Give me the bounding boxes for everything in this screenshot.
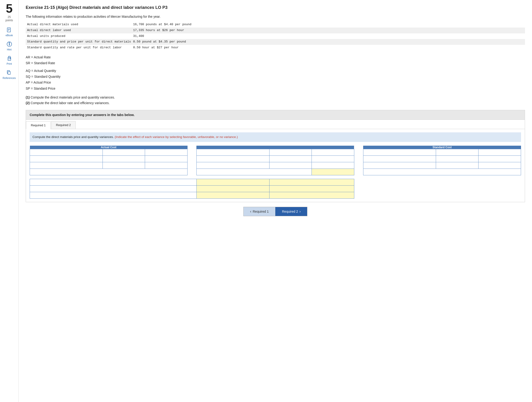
- mid-yellow-cell: [312, 169, 354, 175]
- mid-col3-r1: [312, 149, 354, 156]
- svg-point-9: [10, 58, 11, 58]
- legend-sq: SQ = Standard Quantity: [26, 74, 525, 80]
- mid-col1-r2: [196, 156, 269, 162]
- mid-col1-r1: [196, 149, 269, 156]
- sidebar-item-hint[interactable]: Hint: [6, 41, 13, 51]
- table-row: [30, 149, 521, 156]
- ac-col2-r2-input[interactable]: [103, 156, 145, 162]
- sc-col1-r2: [363, 156, 436, 162]
- bottom-yellow-1-input[interactable]: [197, 179, 269, 185]
- mid-col1-r3: [196, 162, 269, 169]
- bottom-yellow-3-input[interactable]: [197, 192, 269, 198]
- mid-col1-r1-input[interactable]: [197, 149, 269, 156]
- mid-col2-r2-input[interactable]: [270, 156, 312, 162]
- legend-sp: SP = Standard Price: [26, 86, 525, 92]
- bottom-label-2-input[interactable]: [30, 186, 196, 192]
- sc-col2-r3-input[interactable]: [436, 162, 478, 169]
- tab-instruction: Compute the direct materials price and q…: [30, 132, 521, 142]
- sc-col1-r3: [363, 162, 436, 169]
- bottom-desc-2-input[interactable]: [270, 186, 354, 192]
- middle-header: [196, 146, 354, 149]
- sidebar-item-ebook[interactable]: eBook: [6, 27, 13, 37]
- ac-col2-r3-input[interactable]: [103, 162, 145, 169]
- ac-col3-r2-input[interactable]: [145, 156, 187, 162]
- info-row-1: Actual direct materials used 16,700 poun…: [26, 22, 525, 28]
- sc-col1-r2-input[interactable]: [363, 156, 436, 162]
- next-arrow: ›: [299, 209, 301, 214]
- mid-col2-r3-input[interactable]: [270, 162, 312, 169]
- variance-calc-table: Actual Cost Standard Cost: [30, 146, 521, 199]
- table-row-yellow: [30, 169, 521, 175]
- bottom-label-1-input[interactable]: [30, 179, 196, 185]
- info-label-3: Actual units produced: [26, 33, 133, 39]
- nav-buttons: ‹ Required 1 Required 2 ›: [26, 207, 525, 216]
- bottom-yellow-3: [196, 192, 269, 198]
- tab-required2[interactable]: Required 2: [51, 121, 76, 129]
- prev-button[interactable]: ‹ Required 1: [243, 207, 275, 216]
- bottom-desc-3-input[interactable]: [270, 192, 354, 198]
- sc-col3-r1-input[interactable]: [479, 149, 521, 156]
- points-value: 25: [8, 15, 11, 19]
- sc-col3-r2: [479, 156, 521, 162]
- next-button[interactable]: Required 2 ›: [275, 207, 308, 216]
- prev-label: Required 1: [253, 210, 269, 213]
- sc-col1-r1: [363, 149, 436, 156]
- info-row-2: Actual direct labor used 17,335 hours at…: [26, 28, 525, 33]
- info-label-1: Actual direct materials used: [26, 22, 133, 28]
- tabs-wrapper: Required 1 Required 2 Compute the direct…: [26, 120, 525, 202]
- bottom-desc-1: [269, 179, 354, 185]
- mid-col2-r2: [269, 156, 312, 162]
- references-label: References: [3, 76, 16, 79]
- info-label-5: Standard quantity and rate per unit for …: [26, 45, 133, 51]
- ac-col1-r1-input[interactable]: [30, 149, 102, 156]
- mid-col3-r2-input[interactable]: [312, 156, 354, 162]
- instruction-2: (2) Compute the direct labor rate and ef…: [26, 100, 525, 106]
- svg-rect-11: [8, 71, 10, 75]
- ac-col1-r3: [30, 162, 103, 169]
- bottom-yellow-1: [196, 179, 269, 185]
- instruction-1: (1) Compute the direct materials price a…: [26, 95, 525, 100]
- mid-col3-r2: [312, 156, 354, 162]
- sidebar-item-references[interactable]: References: [3, 69, 16, 79]
- sc-col3-r3-input[interactable]: [479, 162, 521, 169]
- mid-col2-r1-input[interactable]: [270, 149, 312, 156]
- ac-col1-r2-input[interactable]: [30, 156, 102, 162]
- bottom-row-2: [30, 185, 521, 192]
- legend-ar: AR = Actual Rate: [26, 54, 525, 60]
- bottom-desc-1-input[interactable]: [270, 179, 354, 185]
- mid-total-label: [196, 169, 311, 175]
- info-label-4: Standard quantity and price per unit for…: [26, 39, 133, 45]
- ac-col2-r3: [102, 162, 145, 169]
- mid-yellow-input[interactable]: [312, 169, 354, 175]
- sc-col3-r1: [479, 149, 521, 156]
- ebook-label: eBook: [6, 34, 13, 37]
- info-label-2: Actual direct labor used: [26, 28, 133, 33]
- sc-col1-r3-input[interactable]: [363, 162, 436, 169]
- sc-col2-r1-input[interactable]: [436, 149, 478, 156]
- ac-col1-r3-input[interactable]: [30, 162, 102, 169]
- book-icon: [6, 27, 12, 33]
- mid-col1-r3-input[interactable]: [197, 162, 269, 169]
- info-value-2: 17,335 hours at $26 per hour: [133, 28, 525, 33]
- sidebar-item-print[interactable]: Print: [6, 55, 13, 65]
- hint-icon: [6, 41, 13, 47]
- mid-col3-r3-input[interactable]: [312, 162, 354, 169]
- bottom-label-3-input[interactable]: [30, 192, 196, 198]
- svg-rect-6: [9, 44, 10, 45]
- tab-required1[interactable]: Required 1: [26, 121, 51, 129]
- mid-col1-r2-input[interactable]: [197, 156, 269, 162]
- table-row: [30, 156, 521, 162]
- points-display: 25 points: [5, 15, 13, 22]
- ac-col2-r1-input[interactable]: [103, 149, 145, 156]
- mid-col3-r1-input[interactable]: [312, 149, 354, 156]
- info-block: Actual direct materials used 16,700 poun…: [26, 22, 525, 50]
- bottom-label-1: [30, 179, 197, 185]
- sc-col1-r1-input[interactable]: [363, 149, 436, 156]
- ac-col3-r3-input[interactable]: [145, 162, 187, 169]
- bottom-yellow-2-input[interactable]: [197, 186, 269, 192]
- sc-col3-r2-input[interactable]: [479, 156, 521, 162]
- tab-instruction-text: Compute the direct materials price and q…: [32, 135, 115, 139]
- sc-col2-r2-input[interactable]: [436, 156, 478, 162]
- ac-col3-r1-input[interactable]: [145, 149, 187, 156]
- legend-sr: SR = Standard Rate: [26, 60, 525, 66]
